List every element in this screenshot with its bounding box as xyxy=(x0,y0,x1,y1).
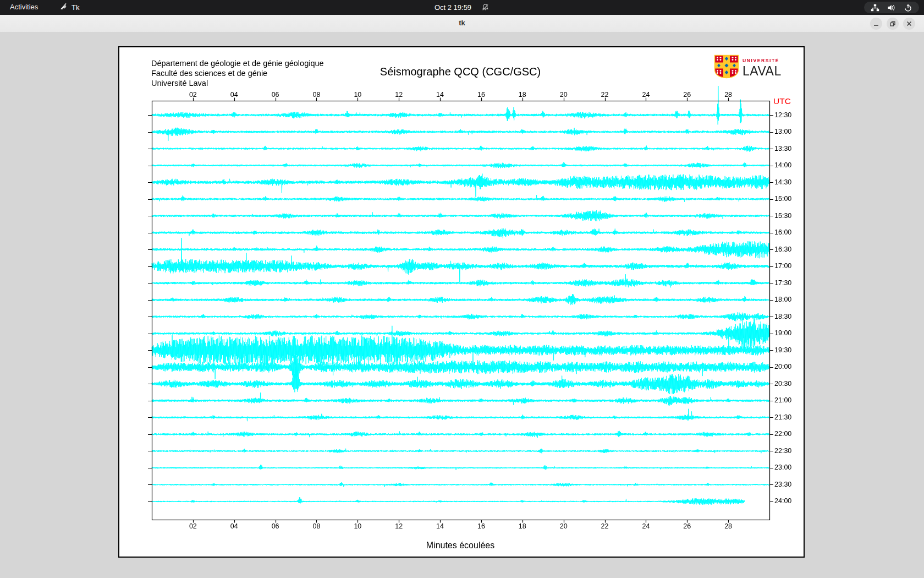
screen: Activities Tk Oct 2 19:59 xyxy=(0,0,924,578)
logo-laval-text: LAVAL xyxy=(743,64,782,79)
gnome-top-bar: Activities Tk Oct 2 19:59 xyxy=(0,0,924,15)
close-button[interactable] xyxy=(903,18,915,30)
clock-label: Oct 2 19:59 xyxy=(435,3,471,12)
power-icon xyxy=(904,3,912,12)
tk-feather-icon xyxy=(59,2,68,13)
window-title-bar[interactable]: tk xyxy=(0,15,924,33)
laval-shield-icon xyxy=(714,54,739,81)
seismograph-panel: Département de géologie et de génie géol… xyxy=(118,46,805,558)
clock-menu[interactable]: Oct 2 19:59 xyxy=(435,0,490,15)
x-axis-label: Minutes écoulées xyxy=(426,541,495,550)
activities-button[interactable]: Activities xyxy=(10,3,38,11)
notifications-muted-icon xyxy=(481,3,490,12)
header-line-1: Département de géologie et de génie géol… xyxy=(151,58,324,68)
station-header: Département de géologie et de génie géol… xyxy=(151,58,324,88)
app-name-label: Tk xyxy=(72,3,79,12)
header-line-3: Université Laval xyxy=(151,78,324,88)
laval-logo: UNIVERSITÉ LAVAL xyxy=(714,54,782,81)
network-icon xyxy=(871,3,879,12)
header-line-2: Faculté des sciences et de génie xyxy=(151,68,324,78)
volume-icon xyxy=(887,3,896,12)
focused-app-menu[interactable]: Tk xyxy=(59,2,79,13)
minimize-button[interactable] xyxy=(870,18,882,30)
utc-axis-label: UTC xyxy=(773,96,791,106)
seismograph-traces-canvas xyxy=(119,47,804,557)
window-title: tk xyxy=(459,19,465,27)
logo-universite-text: UNIVERSITÉ xyxy=(743,58,782,63)
restore-button[interactable] xyxy=(887,18,899,30)
system-tray[interactable] xyxy=(864,2,919,13)
plot-title: Séismographe QCQ (CGC/GSC) xyxy=(380,66,541,78)
